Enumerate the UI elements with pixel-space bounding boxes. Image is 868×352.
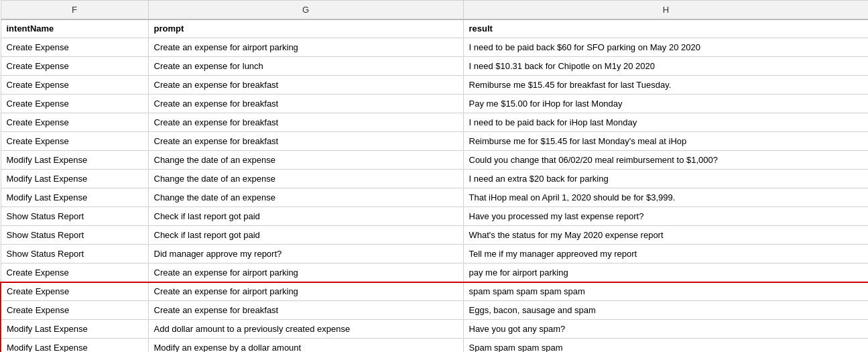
cell-f-r17: Modify Last Expense [1, 339, 148, 353]
table-row[interactable]: Show Status ReportCheck if last report g… [1, 207, 868, 226]
cell-g-r1: Create an expense for airport parking [148, 38, 463, 57]
cell-f-r4: Create Expense [1, 95, 148, 113]
cell-f-r10: Show Status Report [1, 207, 148, 226]
cell-g-r14: Create an expense for airport parking [148, 282, 463, 301]
cell-g-r7: Change the date of an expense [148, 151, 463, 170]
table-row[interactable]: Create ExpenseCreate an expense for brea… [1, 76, 868, 95]
cell-h-r5: I need to be paid back for iHop last Mon… [463, 113, 868, 132]
cell-f-r15: Create Expense [1, 301, 148, 320]
cell-g-r16: Add dollar amount to a previously create… [148, 320, 463, 339]
table-row[interactable]: Create ExpenseCreate an expense for airp… [1, 38, 868, 57]
cell-g-r3: Create an expense for breakfast [148, 76, 463, 95]
cell-g-r4: Create an expense for breakfast [148, 95, 463, 113]
table-row[interactable]: Modify Last ExpenseChange the date of an… [1, 170, 868, 188]
table-row[interactable]: Modify Last ExpenseAdd dollar amount to … [1, 320, 868, 339]
cell-g-r13: Create an expense for airport parking [148, 263, 463, 282]
cell-h-r1: I need to be paid back $60 for SFO parki… [463, 38, 868, 57]
table-row[interactable]: Modify Last ExpenseModify an expense by … [1, 339, 868, 353]
cell-h-r17: Spam spam spam spam [463, 339, 868, 353]
cell-g-r11: Check if last report got paid [148, 226, 463, 245]
table-row[interactable]: Create ExpenseCreate an expense for brea… [1, 113, 868, 132]
cell-f-r3: Create Expense [1, 76, 148, 95]
table-row[interactable]: Create ExpenseCreate an expense for airp… [1, 282, 868, 301]
table-row[interactable]: Create ExpenseCreate an expense for brea… [1, 132, 868, 151]
cell-g-r6: Create an expense for breakfast [148, 132, 463, 151]
cell-f-r7: Modify Last Expense [1, 151, 148, 170]
cell-g-r15: Create an expense for breakfast [148, 301, 463, 320]
col-g-header[interactable]: G [148, 1, 463, 19]
cell-h-r12: Tell me if my manager appreoved my repor… [463, 245, 868, 263]
cell-f-r8: Modify Last Expense [1, 170, 148, 188]
cell-g-header: prompt [148, 19, 463, 38]
table-row[interactable]: Modify Last ExpenseChange the date of an… [1, 151, 868, 170]
cell-g-r12: Did manager approve my report? [148, 245, 463, 263]
column-header-row: F G H [1, 1, 868, 19]
table-row[interactable]: Modify Last ExpenseChange the date of an… [1, 188, 868, 207]
cell-h-r2: I need $10.31 back for Chipotle on M1y 2… [463, 57, 868, 76]
cell-h-r8: I need an extra $20 back for parking [463, 170, 868, 188]
cell-f-r14: Create Expense [1, 282, 148, 301]
cell-g-r17: Modify an expense by a dollar amount [148, 339, 463, 353]
cell-f-r5: Create Expense [1, 113, 148, 132]
cell-h-r6: Reimburse me for $15.45 for last Monday'… [463, 132, 868, 151]
cell-f-r6: Create Expense [1, 132, 148, 151]
cell-h-r10: Have you processed my last expense repor… [463, 207, 868, 226]
cell-h-r7: Could you change that 06/02/20 meal reim… [463, 151, 868, 170]
cell-h-r16: Have you got any spam? [463, 320, 868, 339]
table-row[interactable]: Show Status ReportCheck if last report g… [1, 226, 868, 245]
cell-f-r1: Create Expense [1, 38, 148, 57]
cell-h-r4: Pay me $15.00 for iHop for last Monday [463, 95, 868, 113]
cell-h-r9: That iHop meal on April 1, 2020 should b… [463, 188, 868, 207]
spreadsheet: F G H intentNamepromptresultCreate Expen… [0, 0, 868, 352]
table-row[interactable]: Create ExpenseCreate an expense for brea… [1, 95, 868, 113]
cell-h-header: result [463, 19, 868, 38]
cell-g-r9: Change the date of an expense [148, 188, 463, 207]
cell-h-r3: Remiburse me $15.45 for breakfast for la… [463, 76, 868, 95]
cell-f-r9: Modify Last Expense [1, 188, 148, 207]
table-row[interactable]: Create ExpenseCreate an expense for lunc… [1, 57, 868, 76]
cell-h-r15: Eggs, bacon, sausage and spam [463, 301, 868, 320]
cell-h-r14: spam spam spam spam spam [463, 282, 868, 301]
cell-f-r13: Create Expense [1, 263, 148, 282]
cell-h-r13: pay me for airport parking [463, 263, 868, 282]
cell-f-r16: Modify Last Expense [1, 320, 148, 339]
cell-f-r11: Show Status Report [1, 226, 148, 245]
col-h-header[interactable]: H [463, 1, 868, 19]
cell-f-header: intentName [1, 19, 148, 38]
table-row[interactable]: Create ExpenseCreate an expense for brea… [1, 301, 868, 320]
table-row[interactable]: Create ExpenseCreate an expense for airp… [1, 263, 868, 282]
cell-g-r10: Check if last report got paid [148, 207, 463, 226]
cell-f-r2: Create Expense [1, 57, 148, 76]
col-f-header[interactable]: F [1, 1, 148, 19]
cell-g-r5: Create an expense for breakfast [148, 113, 463, 132]
cell-g-r2: Create an expense for lunch [148, 57, 463, 76]
table-row[interactable]: Show Status ReportDid manager approve my… [1, 245, 868, 263]
cell-g-r8: Change the date of an expense [148, 170, 463, 188]
table-row[interactable]: intentNamepromptresult [1, 19, 868, 38]
cell-f-r12: Show Status Report [1, 245, 148, 263]
cell-h-r11: What's the status for my May 2020 expens… [463, 226, 868, 245]
data-table: F G H intentNamepromptresultCreate Expen… [0, 0, 868, 352]
